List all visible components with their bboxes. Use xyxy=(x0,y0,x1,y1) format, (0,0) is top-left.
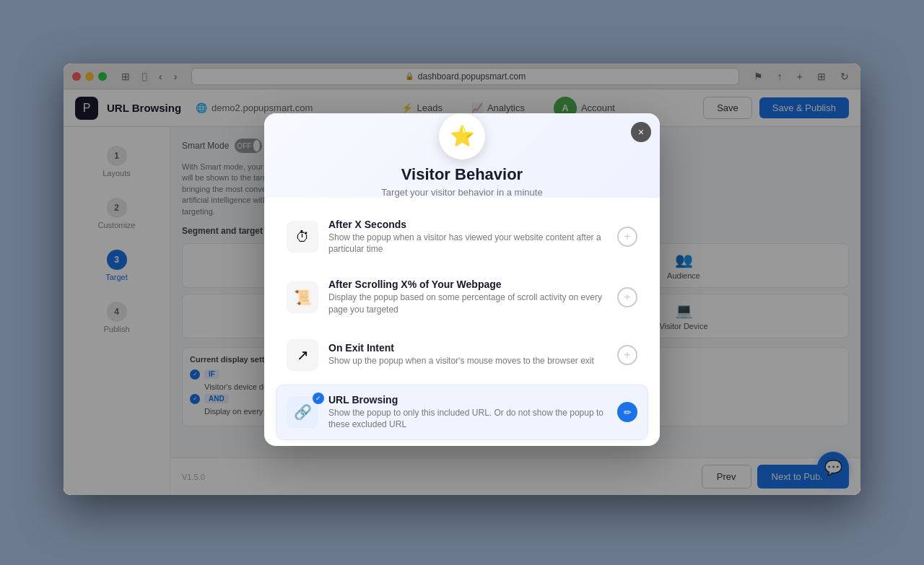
after-scrolling-name: After Scrolling X% of Your Webpage xyxy=(328,279,607,290)
url-browsing-name: URL Browsing xyxy=(328,394,607,406)
on-exit-intent-name: On Exit Intent xyxy=(328,342,607,354)
on-exit-intent-icon: ↗ xyxy=(287,339,318,371)
behavior-after-scrolling[interactable]: 📜 After Scrolling X% of Your Webpage Dis… xyxy=(276,269,648,325)
modal-close-button[interactable]: × xyxy=(631,122,651,142)
modal-title: Visitor Behavior xyxy=(282,165,642,184)
modal-overlay: ⭐ Visitor Behavior Target your visitor b… xyxy=(64,63,860,495)
modal-subtitle: Target your visitor behavior in a minute xyxy=(282,187,642,198)
url-browsing-text: URL Browsing Show the popup to only this… xyxy=(328,394,607,432)
browser-window: ⊞ ⌷ ‹ › 🔒 dashboard.popupsmart.com ⚑ ↑ +… xyxy=(64,63,860,495)
on-exit-intent-desc: Show up the popup when a visitor's mouse… xyxy=(328,355,607,367)
modal-icon-wrapper: ⭐ xyxy=(282,113,642,159)
after-x-seconds-desc: Show the popup when a visitor has viewed… xyxy=(328,232,607,256)
on-exit-intent-text: On Exit Intent Show up the popup when a … xyxy=(328,342,607,367)
behavior-in-activity-mode[interactable]: 📱 In-Activity Mode Trigger the popup if … xyxy=(276,444,648,445)
modal-body: ⏱ After X Seconds Show the popup when a … xyxy=(264,201,660,446)
after-x-seconds-icon: ⏱ xyxy=(287,221,318,253)
url-browsing-edit[interactable]: ✏ xyxy=(617,402,637,422)
on-exit-intent-add[interactable]: + xyxy=(617,345,637,365)
url-browsing-desc: Show the popup to only this included URL… xyxy=(328,407,607,432)
modal-star-icon: ⭐ xyxy=(450,124,475,148)
behavior-after-x-seconds[interactable]: ⏱ After X Seconds Show the popup when a … xyxy=(276,209,648,266)
after-scrolling-desc: Display the popup based on some percenta… xyxy=(328,292,607,316)
behavior-url-browsing[interactable]: 🔗 ✓ URL Browsing Show the popup to only … xyxy=(276,385,648,441)
after-scrolling-add[interactable]: + xyxy=(617,287,637,307)
after-scrolling-icon: 📜 xyxy=(287,281,318,313)
after-x-seconds-text: After X Seconds Show the popup when a vi… xyxy=(328,219,607,256)
after-x-seconds-name: After X Seconds xyxy=(328,219,607,230)
after-x-seconds-add[interactable]: + xyxy=(617,227,637,247)
modal-icon-circle: ⭐ xyxy=(439,113,485,159)
url-browsing-check: ✓ xyxy=(313,393,324,404)
visitor-behavior-modal: ⭐ Visitor Behavior Target your visitor b… xyxy=(264,113,660,446)
behavior-on-exit-intent[interactable]: ↗ On Exit Intent Show up the popup when … xyxy=(276,330,648,380)
after-scrolling-text: After Scrolling X% of Your Webpage Displ… xyxy=(328,279,607,316)
